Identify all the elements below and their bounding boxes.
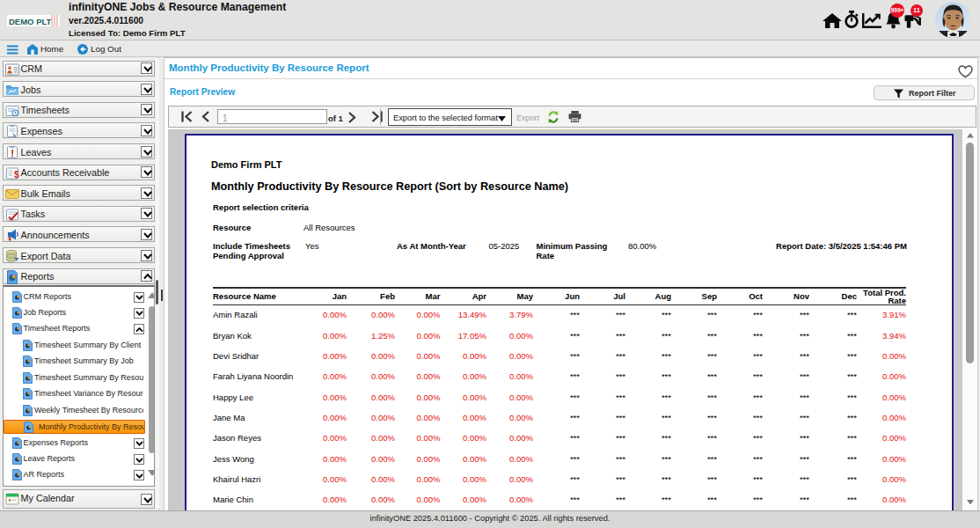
svg-text:$: $ <box>14 169 19 179</box>
